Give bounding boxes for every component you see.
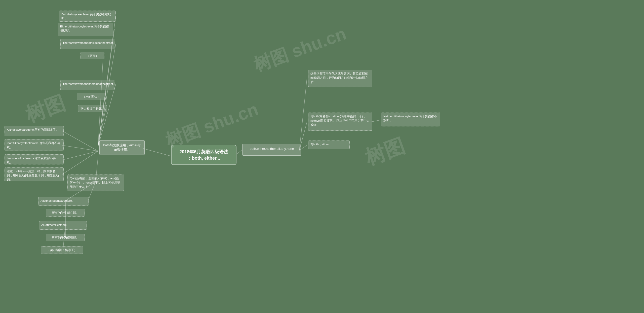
right-node-1: 这些词都可用作代词或形容词。其位置都在be动词之后，行为动词之前或第一助动词之后 [308,70,372,87]
left-node-7-text: 路边长满了野花。 [80,107,105,110]
bottom-mid-2-text: Allofthestudentsarethere. [41,199,73,202]
watermark-1: 树图 [22,90,69,129]
bottom-mid-3: 所有的学生都在那。 [46,209,85,217]
svg-line-15 [62,151,98,160]
left-node-2: Eitherofthetwoboyisclever.两个男孩都很聪明。 [58,23,113,36]
bottom-left-4-text: 注意：all与none用法一样，跟单数名词，用单数动词;跟复数名词，用复数动词。 [7,170,59,181]
svg-line-13 [62,131,98,151]
left-node-1-text: Boththeboysareclever.两个男孩都很聪明。 [61,13,111,20]
bottom-mid-5: 所有的牛奶都在那。 [46,234,85,241]
right-node-4: 2)both，either [308,141,350,149]
svg-line-0 [143,149,171,156]
bottom-mid-6-text: （实习编辑：杨冰王） [47,249,77,252]
bottom-left-4: 注意：all与none用法一样，跟单数名词，用单数动词;跟复数名词，用复数动词。 [5,167,64,181]
right-node-2-text: 1)both(两者都)，either(两者中任何一个)，neither(两者都不… [310,115,370,126]
svg-line-6 [98,97,104,146]
left-node-7: 路边长满了野花。 [78,105,107,112]
bottom-left-2: Idon'tlikeanyoftheflowers.这些花我都不喜欢。 [5,139,64,151]
right-branch-1-text: both,either,neither,all,any,none [250,147,294,151]
bottom-left-1: Alltheflowersaregone.所有的花都谢了。 [5,126,64,136]
bottom-left-3: Ilikenoneoftheflowers.这些花我都不喜欢。 [5,154,64,164]
bottom-mid-1-text: 3)all(所有的，全部的人或物)，any(任何一个），none(都不)。以上词… [70,177,120,188]
bottom-mid-4: All(of)themilkisthere. [39,221,87,230]
bottom-mid-3-text: 所有的学生都在那。 [52,211,79,214]
bottom-left-3-text: Ilikenoneoftheflowers.这些花我都不喜欢。 [7,157,56,164]
left-node-5-text: Thereareflowersoneithersideofthestreet. [63,82,114,85]
svg-line-9 [299,79,307,150]
left-branch-1-text: both与复数连用，either与单数连用。 [103,143,141,152]
left-node-3: Thereareflowersonbothsidesofthestreet. [60,39,114,49]
left-node-4-text: （两岸） [87,54,99,57]
bottom-mid-4-text: All(of)themilkisthere. [41,223,67,226]
svg-line-14 [62,145,98,151]
bottom-left-2-text: Idon'tlikeanyoftheflowers.这些花我都不喜欢。 [7,142,60,149]
bottom-mid-1: 3)all(所有的，全部的人或物)，any(任何一个），none(都不)。以上词… [67,175,124,191]
svg-line-16 [62,151,98,174]
right-node-3: Neitherofthetwoboyisclever.两个男孩都不聪明。 [381,113,440,126]
watermark-3: 树图 shu.cn [251,22,350,77]
left-node-1: Boththeboysareclever.两个男孩都很聪明。 [59,11,116,22]
right-branch-1: both,either,neither,all,any,none [242,144,301,156]
bottom-mid-5-text: 所有的牛奶都在那。 [52,236,79,239]
left-node-2-text: Eitherofthetwoboyisclever.两个男孩都很聪明。 [60,25,109,32]
svg-line-4 [98,57,103,146]
right-node-3-text: Neitherofthetwoboyisclever.两个男孩都不聪明。 [383,115,437,122]
right-node-2: 1)both(两者都)，either(两者中任何一个)，neither(两者都不… [308,113,372,131]
left-node-4: （两岸） [80,52,104,59]
bottom-mid-2: Allofthestudentsarethere. [38,197,89,206]
left-node-5: Thereareflowersoneithersideofthestreet. [60,80,114,90]
center-node-text: 2018年6月英语四级语法 ：both, either... [179,149,228,161]
left-branch-1: both与复数连用，either与单数连用。 [99,140,145,155]
right-node-4-text: 2)both，either [310,143,329,146]
bottom-left-1-text: Alltheflowersaregone.所有的花都谢了。 [7,128,59,131]
left-node-6-text: （岸的两边） [82,95,100,98]
center-node: 2018年6月英语四级语法 ：both, either... [171,145,236,165]
bottom-mid-6: （实习编辑：杨冰王） [41,246,83,254]
watermark-4: 树图 [361,132,408,172]
right-node-1-text: 这些词都可用作代词或形容词。其位置都在be动词之后，行为动词之前或第一助动词之后 [310,72,368,84]
left-node-6: （岸的两边） [77,93,106,100]
left-node-3-text: Thereareflowersonbothsidesofthestreet. [63,41,114,44]
